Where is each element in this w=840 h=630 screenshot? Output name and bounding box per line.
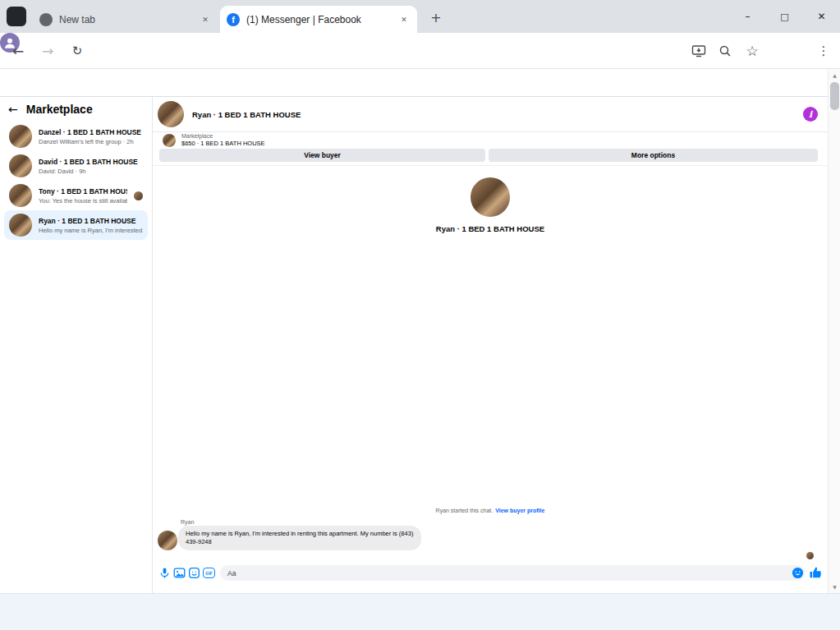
view-buyer-profile-link[interactable]: View buyer profile <box>495 508 544 513</box>
chat-preview: You: Yes the house is still available ..… <box>39 197 127 205</box>
browser-toolbar: ← → ↻ facebook.com/messages/t/2408287546… <box>0 33 840 69</box>
reload-button[interactable]: ↻ <box>67 41 87 61</box>
voice-clip-icon[interactable] <box>158 567 171 579</box>
back-arrow-icon[interactable]: ← <box>8 103 18 116</box>
chat-profile-block: Ryan · 1 BED 1 BATH HOUSE <box>153 177 828 233</box>
chat-list: Danzel · 1 BED 1 BATH HOUSE Danzel Willi… <box>0 122 152 240</box>
chat-avatar <box>9 214 32 237</box>
sticker-icon[interactable] <box>188 567 200 579</box>
conversation-title: Ryan · 1 BED 1 BATH HOUSE <box>192 110 795 119</box>
chat-name: Tony · 1 BED 1 BATH HOUSE <box>39 187 127 195</box>
window-minimize-button[interactable]: – <box>729 0 766 33</box>
back-button[interactable]: ← <box>8 41 28 61</box>
chat-started-text: Ryan started this chat. <box>436 508 493 513</box>
more-options-button[interactable]: More options <box>489 149 818 162</box>
gif-icon[interactable]: GIF <box>203 567 215 579</box>
page-scrollbar[interactable]: ▲ ▼ <box>828 69 840 593</box>
scroll-down-arrow[interactable]: ▼ <box>829 581 840 593</box>
chat-preview: David: David · 9h <box>39 168 143 175</box>
new-tab-button[interactable]: + <box>427 8 445 26</box>
tab-close-icon[interactable]: ✕ <box>397 13 411 26</box>
chat-preview: Hello my name is Ryan, I'm interested...… <box>39 227 143 234</box>
profile-avatar[interactable] <box>470 177 510 217</box>
tab-title: New tab <box>59 14 192 25</box>
conversation-panel: Ryan · 1 BED 1 BATH HOUSE i Marketplace … <box>153 97 828 593</box>
default-favicon <box>39 13 53 26</box>
facebook-favicon: f <box>227 13 240 26</box>
sidebar-title: Marketplace <box>26 103 93 116</box>
window-maximize-button[interactable]: □ <box>766 0 803 33</box>
message-sender-label: Ryan <box>181 519 194 525</box>
photo-attach-icon[interactable] <box>173 567 186 579</box>
scrollbar-thumb[interactable] <box>830 82 839 110</box>
conversation-header: Ryan · 1 BED 1 BATH HOUSE i <box>153 97 828 132</box>
message-avatar <box>158 531 177 550</box>
message-input[interactable]: Aa <box>220 565 805 581</box>
marketplace-label: Marketplace <box>181 133 265 139</box>
browser-tab-strip: New tab ✕ f (1) Messenger | Facebook ✕ +… <box>0 0 840 33</box>
scroll-up-arrow[interactable]: ▲ <box>829 69 840 81</box>
listing-detail: $650 · 1 BED 1 BATH HOUSE <box>181 140 265 147</box>
conversation-info-icon[interactable]: i <box>803 107 818 122</box>
browser-tab-messenger[interactable]: f (1) Messenger | Facebook ✕ <box>220 6 417 33</box>
browser-menu-icon[interactable]: ⋮ <box>815 43 832 59</box>
chat-name: Ryan · 1 BED 1 BATH HOUSE <box>39 217 143 225</box>
composer-placeholder: Aa <box>227 569 236 577</box>
facebook-header: f Search Facebook 1 <box>0 69 840 97</box>
chat-name: David · 1 BED 1 BATH HOUSE <box>39 158 143 166</box>
bookmark-star-icon[interactable]: ☆ <box>744 43 760 59</box>
emoji-icon[interactable] <box>792 567 804 579</box>
chat-avatar <box>9 125 32 148</box>
thumbs-up-icon[interactable] <box>809 566 822 579</box>
chat-avatar <box>9 184 32 207</box>
chat-list-item-ryan[interactable]: Ryan · 1 BED 1 BATH HOUSE Hello my name … <box>4 210 148 240</box>
windows-taskbar: 3 Search ✂ a <box>0 593 840 630</box>
view-buyer-button[interactable]: View buyer <box>159 149 485 162</box>
message-composer: GIF Aa <box>153 562 828 585</box>
window-close-button[interactable]: ✕ <box>803 0 840 33</box>
profile-name: Ryan · 1 BED 1 BATH HOUSE <box>436 224 544 233</box>
marketplace-sidebar: ← Marketplace Danzel · 1 BED 1 BATH HOUS… <box>0 97 153 593</box>
tab-strip-app-icon[interactable] <box>7 7 26 26</box>
tab-close-icon[interactable]: ✕ <box>199 13 212 26</box>
read-receipt-avatar <box>134 191 143 200</box>
messages-area: Ryan · 1 BED 1 BATH HOUSE Ryan started t… <box>153 166 828 562</box>
chat-started-row: Ryan started this chat.View buyer profil… <box>153 508 828 513</box>
seen-receipt-avatar <box>806 552 814 559</box>
sidebar-header: ← Marketplace <box>0 99 152 120</box>
chat-preview: Danzel William's left the group · 2h <box>39 138 143 145</box>
search-lens-icon[interactable] <box>717 43 733 59</box>
conversation-avatar[interactable] <box>158 101 184 127</box>
chat-list-item-tony[interactable]: Tony · 1 BED 1 BATH HOUSE You: Yes the h… <box>4 181 148 210</box>
browser-tab-newtab[interactable]: New tab ✕ <box>33 6 218 33</box>
tab-title: (1) Messenger | Facebook <box>246 14 391 25</box>
install-app-icon[interactable] <box>691 43 707 59</box>
chat-avatar <box>9 154 32 177</box>
forward-button[interactable]: → <box>38 41 57 61</box>
chat-list-item-david[interactable]: David · 1 BED 1 BATH HOUSE David: David … <box>4 151 148 181</box>
chat-list-item-danzel[interactable]: Danzel · 1 BED 1 BATH HOUSE Danzel Willi… <box>4 122 148 151</box>
marketplace-banner: Marketplace $650 · 1 BED 1 BATH HOUSE Vi… <box>153 132 828 166</box>
listing-avatar <box>163 134 176 147</box>
chat-name: Danzel · 1 BED 1 BATH HOUSE <box>39 128 143 136</box>
message-bubble: Hello my name is Ryan, I'm interested in… <box>178 526 421 550</box>
screen: New tab ✕ f (1) Messenger | Facebook ✕ +… <box>0 0 840 630</box>
